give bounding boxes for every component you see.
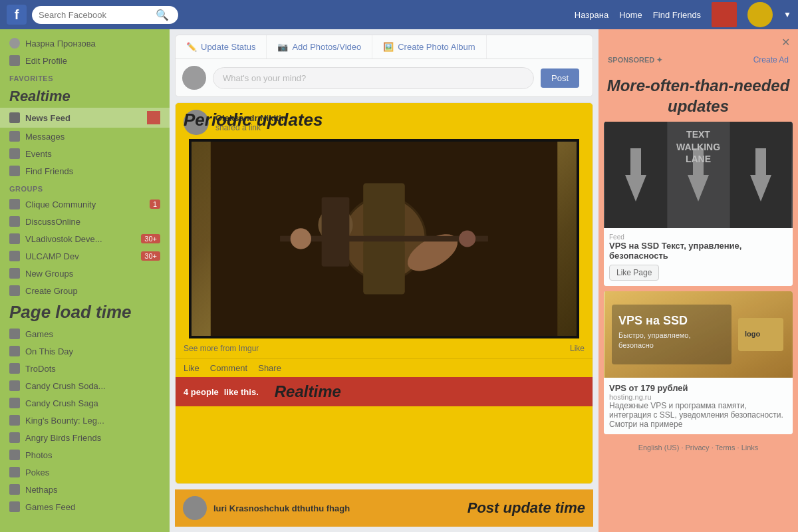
tab-create-album[interactable]: 🖼️ Create Photo Album (372, 35, 486, 59)
create-group-icon (9, 285, 20, 296)
next-post-preview: Iuri Krasnoshchuk dthuthu fhagh Post upd… (175, 489, 593, 527)
right-sidebar-close[interactable]: ✕ (781, 36, 790, 49)
nav-find-friends-link[interactable]: Find Friends (653, 10, 701, 20)
post-image-container (176, 139, 593, 338)
sidebar-item-clique[interactable]: Clique Community 1 (0, 196, 170, 213)
games-icon (9, 329, 20, 339)
sidebar-item-discuss[interactable]: DiscussOnline (0, 213, 170, 230)
ulcamp-icon (9, 251, 20, 261)
post-image-svg (192, 142, 577, 336)
svg-point-8 (291, 228, 311, 249)
find-friends-icon (9, 166, 20, 176)
sidebar-item-candy-soda[interactable]: Candy Crush Soda... (0, 377, 170, 394)
post-actions: Like Comment Share (176, 358, 593, 377)
share-action[interactable]: Share (258, 363, 281, 373)
sidebar-item-messages[interactable]: Messages (0, 128, 170, 145)
post-update-time-label: Post update time (467, 499, 585, 517)
svg-text:безопасно: безопасно (618, 341, 654, 349)
search-bar[interactable]: 🔍 (32, 6, 178, 24)
sidebar-item-angry-birds[interactable]: Angry Birds Friends (0, 429, 170, 446)
on-this-day-icon (9, 346, 20, 356)
sidebar-user-profile[interactable]: Назрна Пронзова (0, 35, 170, 52)
periodic-updates-label: Periodic updates (184, 110, 323, 130)
ad1-like-button[interactable]: Like Page (609, 265, 659, 281)
search-input[interactable] (39, 10, 152, 20)
sponsored-label: SPONSORED ✦ (608, 56, 662, 65)
ad1-body: Feed VPS на SSD Текст, управление, безоп… (604, 228, 793, 286)
main-layout: Назрна Пронзова Edit Profile FAVORITES R… (0, 29, 798, 532)
nethaps-icon (9, 484, 20, 495)
page-load-time-label: Page load time (0, 299, 170, 325)
sidebar-item-on-this-day[interactable]: On This Day (0, 342, 170, 360)
post-see-more: See more from Imgur Like (176, 338, 593, 358)
sidebar-item-nethaps[interactable]: Nethaps (0, 481, 170, 498)
update-status-icon: ✏️ (186, 42, 197, 52)
edit-icon (9, 55, 20, 66)
create-ad-link[interactable]: Create Ad (753, 55, 789, 65)
ad-image-2-svg: VPS на SSD Быстро, управляемо, безопасно… (604, 291, 793, 378)
vlad-badge: 30+ (141, 234, 160, 243)
svg-text:Быстро, управляемо,: Быстро, управляемо, (618, 331, 691, 339)
sidebar-item-pokes[interactable]: Pokes (0, 464, 170, 481)
sidebar-item-vlad[interactable]: VLadivostok Deve... 30+ (0, 230, 170, 247)
nav-home-link[interactable]: Home (619, 10, 642, 20)
facebook-logo: f (7, 5, 27, 25)
ad1-image-text: TEXTWALKINGLANE (676, 128, 720, 165)
groups-section-title: GROUPS (0, 180, 170, 196)
ad2-body: VPS от 179 рублей hosting.ng.ru Надежные… (604, 378, 793, 434)
sidebar-item-photos[interactable]: Photos (0, 446, 170, 464)
comment-action[interactable]: Comment (210, 363, 247, 373)
sidebar-item-create-group[interactable]: Create Group (0, 282, 170, 299)
clique-badge: 1 (150, 200, 160, 209)
pokes-icon (9, 467, 20, 477)
realtime-label-1: Realtime (0, 85, 170, 108)
nav-notification-icon[interactable] (747, 2, 773, 27)
angry-birds-icon (9, 432, 20, 443)
nav-username: Назрана (575, 10, 608, 20)
sidebar-item-kings-bounty[interactable]: King's Bounty: Leg... (0, 412, 170, 429)
right-footer: English (US) · Privacy · Terms · Links (604, 440, 793, 456)
ad-image-1: TEXTWALKINGLANE (604, 122, 793, 228)
tab-add-photos[interactable]: 📷 Add Photos/Video (267, 35, 372, 59)
sidebar-item-candy-saga[interactable]: Candy Crush Saga (0, 394, 170, 412)
user-avatar-icon (9, 38, 20, 49)
sidebar-item-events[interactable]: Events (0, 145, 170, 162)
favorites-section-title: FAVORITES (0, 69, 170, 85)
post-likes-bar: 4 people like this. Realtime (176, 377, 593, 406)
tab-update-status[interactable]: ✏️ Update Status (176, 35, 267, 59)
create-album-icon: 🖼️ (383, 42, 394, 52)
discuss-icon (9, 216, 20, 227)
sidebar-item-ulcamp[interactable]: ULCAMP Dev 30+ (0, 247, 170, 265)
ad1-title: VPS на SSD Текст, управление, безопаснос… (609, 241, 787, 261)
more-often-label: More-often-than-needed updates (604, 70, 793, 122)
ad1-category: Feed (609, 233, 787, 241)
like-action[interactable]: Like (184, 363, 200, 373)
next-post-username: Iuri Krasnoshchuk dthuthu fhagh (213, 503, 350, 513)
sidebar-item-games[interactable]: Games (0, 325, 170, 342)
status-box: ✏️ Update Status 📷 Add Photos/Video 🖼️ C… (175, 35, 593, 97)
sidebar-item-games-feed[interactable]: Games Feed (0, 498, 170, 515)
ad-image-2: VPS на SSD Быстро, управляемо, безопасно… (604, 291, 793, 378)
realtime-label-2: Realtime (275, 382, 341, 401)
ulcamp-badge: 30+ (141, 251, 160, 261)
post-button[interactable]: Post (541, 68, 579, 88)
post-image (189, 139, 579, 338)
sidebar-item-news-feed[interactable]: News Feed (0, 108, 170, 128)
status-tabs: ✏️ Update Status 📷 Add Photos/Video 🖼️ C… (176, 35, 593, 59)
sidebar-item-trodots[interactable]: TroDots (0, 360, 170, 377)
add-photos-icon: 📷 (277, 42, 288, 52)
ad2-desc: Надежные VPS и программа памяти, интегра… (609, 401, 787, 429)
sidebar-item-find-friends[interactable]: Find Friends (0, 162, 170, 180)
nav-profile-icon[interactable] (712, 2, 737, 27)
nav-settings[interactable]: ▼ (783, 10, 791, 19)
sidebar-item-new-groups[interactable]: New Groups (0, 265, 170, 282)
games-feed-icon (9, 501, 20, 512)
status-text-input[interactable]: What's on your mind? (213, 67, 534, 89)
ad2-provider: hosting.ng.ru (609, 393, 787, 401)
right-sidebar: ✕ SPONSORED ✦ Create Ad More-often-than-… (598, 29, 798, 532)
svg-rect-5 (322, 197, 350, 266)
vlad-icon (9, 233, 20, 244)
sidebar-edit-profile[interactable]: Edit Profile (0, 52, 170, 69)
news-feed-icon (9, 112, 20, 123)
ad2-title: VPS от 179 рублей (609, 383, 787, 393)
